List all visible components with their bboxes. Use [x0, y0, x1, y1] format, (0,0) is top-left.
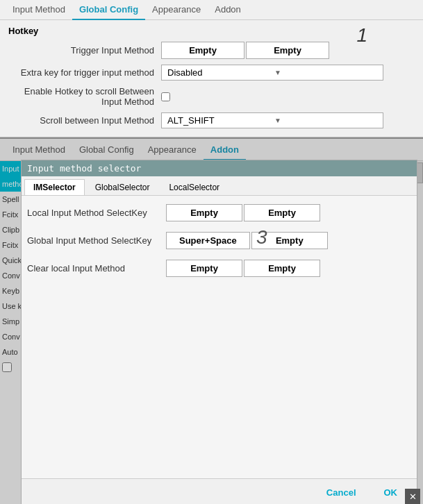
hotkey-section-title: Hotkey	[0, 20, 423, 39]
popup-row-clear: Clear local Input Method Empty Empty	[27, 257, 411, 279]
popup-tab-globalselector[interactable]: GlobalSelector	[86, 179, 159, 195]
ok-button[interactable]: OK	[373, 485, 409, 501]
scroll-label: Scroll between Input Method	[8, 115, 161, 126]
extra-key-label: Extra key for trigger input method	[8, 67, 161, 78]
bottom-window: Input Method Global Config Appearance Ad…	[0, 137, 423, 504]
extra-key-row: Extra key for trigger input method Disab…	[0, 62, 423, 83]
tab-global-config-top[interactable]: Global Config	[72, 0, 145, 20]
popup-container: Input method selector IMSelector GlobalS…	[21, 160, 417, 504]
enable-hotkey-label: Enable Hotkey to scroll Between Input Me…	[8, 86, 161, 107]
trigger-btn1[interactable]: Empty	[161, 42, 244, 59]
popup-tab-bar: IMSelector GlobalSelector LocalSelector	[22, 176, 417, 196]
close-icon-button[interactable]: ✕	[405, 489, 420, 504]
popup-footer: Cancel OK	[22, 478, 417, 504]
popup-header: Input method selector	[22, 160, 417, 176]
enable-hotkey-checkbox[interactable]	[161, 92, 170, 101]
popup-global-label: Global Input Method SelectKey	[27, 235, 166, 246]
enable-hotkey-row: Enable Hotkey to scroll Between Input Me…	[0, 83, 423, 110]
popup-row-local: Local Input Method SelectKey Empty Empty	[27, 201, 411, 224]
popup-local-label: Local Input Method SelectKey	[27, 208, 166, 218]
cancel-button[interactable]: Cancel	[315, 485, 367, 501]
popup-clear-label: Clear local Input Method	[27, 263, 166, 274]
trigger-btn2[interactable]: Empty	[246, 42, 329, 59]
trigger-label: Trigger Input Method	[8, 45, 161, 56]
tab-appearance-top[interactable]: Appearance	[145, 0, 208, 20]
popup-global-btn1[interactable]: Super+Space	[166, 232, 250, 249]
popup-body: Local Input Method SelectKey Empty Empty…	[22, 196, 417, 478]
popup-row-global: Global Input Method SelectKey Super+Spac…	[27, 229, 411, 251]
popup-tab-localselector[interactable]: LocalSelector	[160, 179, 229, 195]
extra-key-dropdown-arrow: ▼	[274, 69, 377, 76]
tab-input-method-top[interactable]: Input Method	[6, 0, 72, 20]
popup-local-btn1[interactable]: Empty	[166, 204, 242, 221]
scroll-dropdown[interactable]: ALT_SHIFT ▼	[161, 112, 383, 128]
scroll-row: Scroll between Input Method ALT_SHIFT ▼	[0, 110, 423, 131]
popup-clear-btn1[interactable]: Empty	[166, 260, 242, 277]
popup-clear-btn2[interactable]: Empty	[244, 260, 320, 277]
popup-local-btn2[interactable]: Empty	[244, 204, 320, 221]
trigger-row: Trigger Input Method Empty Empty	[0, 39, 423, 62]
tab-addon-top[interactable]: Addon	[208, 0, 248, 20]
top-panel: Input Method Global Config Appearance Ad…	[0, 0, 423, 137]
num-label-3: 3	[256, 226, 267, 249]
popup-tab-imselector[interactable]: IMSelector	[24, 179, 85, 195]
extra-key-dropdown[interactable]: Disabled ▼	[161, 65, 383, 81]
scroll-dropdown-arrow: ▼	[274, 117, 377, 124]
top-tab-bar: Input Method Global Config Appearance Ad…	[0, 0, 423, 20]
